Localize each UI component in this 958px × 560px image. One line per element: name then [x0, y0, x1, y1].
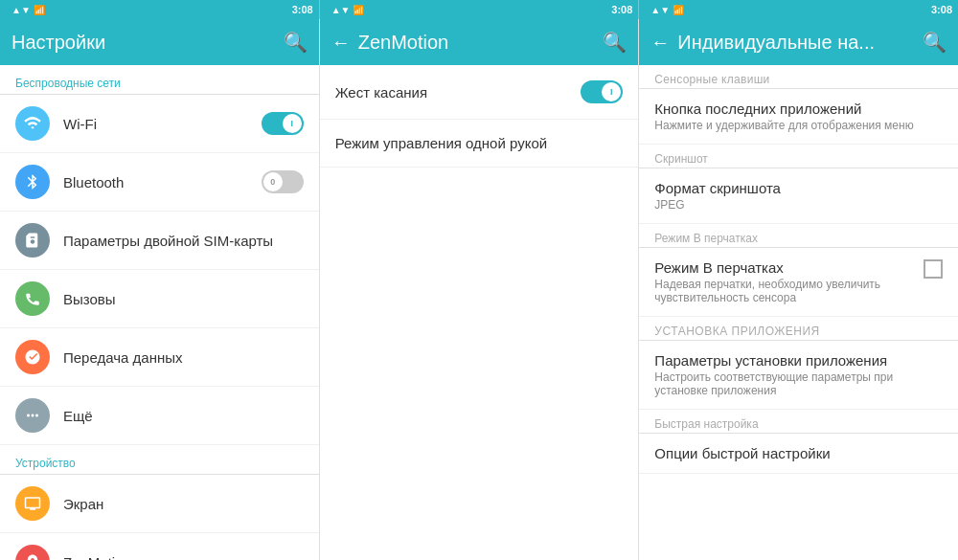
individual-settings-list: Сенсорные клавиши Кнопка последних прило…	[639, 65, 958, 560]
calls-title: Вызовы	[63, 291, 304, 307]
screenshot-format-text: Формат скриншота JPEG	[654, 180, 781, 212]
screenshot-section-label: Скриншот	[639, 145, 958, 168]
quick-settings-item[interactable]: Опции быстрой настройки	[639, 434, 958, 474]
zenmotion-title: ZenMotion	[63, 554, 304, 561]
individual-header-title: Индивидуальные на...	[677, 32, 875, 54]
wifi-icon	[15, 106, 50, 141]
sim-title: Параметры двойной SIM-карты	[63, 233, 304, 249]
wifi-title: Wi-Fi	[63, 116, 262, 132]
app-install-text: Параметры установки приложения Настроить…	[654, 352, 943, 397]
zenmotion-panel: ← ZenMotion 🔍 Жест касания I Режим управ…	[320, 19, 640, 560]
individual-back-icon[interactable]: ←	[650, 32, 670, 54]
app-install-subtitle: Настроить соответствующие параметры при …	[654, 370, 943, 397]
data-title: Передача данных	[63, 349, 304, 366]
zenmotion-header: ← ZenMotion 🔍	[320, 19, 639, 65]
more-title: Ещё	[63, 408, 304, 424]
bluetooth-title: Bluetooth	[63, 174, 262, 190]
zenmotion-text: ZenMotion	[63, 554, 304, 561]
gesture-title: Жест касания	[335, 84, 427, 101]
glove-mode-subtitle: Надевая перчатки, необходимо увеличить ч…	[654, 278, 924, 304]
zenmotion-icon-circle	[15, 545, 50, 560]
recent-apps-item[interactable]: Кнопка последних приложений Нажмите и уд…	[639, 89, 958, 145]
settings-list: Беспроводные сети Wi-Fi I Bluetooth	[0, 65, 319, 560]
wifi-toggle-knob: I	[283, 114, 302, 133]
data-icon	[15, 340, 50, 374]
app-install-item[interactable]: Параметры установки приложения Настроить…	[639, 341, 958, 410]
calls-item[interactable]: Вызовы	[0, 270, 319, 328]
recent-apps-title: Кнопка последних приложений	[654, 101, 913, 117]
more-item[interactable]: Ещё	[0, 387, 319, 445]
individual-search-icon[interactable]: 🔍	[923, 31, 947, 54]
glove-mode-title: Режим В перчатках	[654, 259, 924, 276]
bluetooth-text: Bluetooth	[63, 174, 262, 190]
wifi-text: Wi-Fi	[63, 116, 262, 132]
wifi-item[interactable]: Wi-Fi I	[0, 95, 319, 153]
zenmotion-header-title: ZenMotion	[358, 32, 449, 54]
sim-text: Параметры двойной SIM-карты	[63, 233, 304, 249]
bluetooth-toggle[interactable]: 0	[262, 170, 304, 193]
app-install-title: Параметры установки приложения	[654, 352, 943, 369]
zenmotion-item[interactable]: ZenMotion	[0, 533, 319, 560]
time-2: 3:08	[611, 4, 632, 15]
quick-settings-section-label: Быстрая настройка	[639, 410, 958, 433]
time-3: 3:08	[931, 4, 952, 15]
device-section-label: Устройство	[0, 445, 319, 474]
screen-item[interactable]: Экран	[0, 475, 319, 533]
zenmotion-header-left: ← ZenMotion	[331, 32, 449, 54]
more-text: Ещё	[63, 408, 304, 424]
zenmotion-settings-list: Жест касания I Режим управления одной ру…	[320, 65, 639, 560]
bluetooth-toggle-knob: 0	[263, 172, 283, 191]
data-item[interactable]: Передача данных	[0, 328, 319, 387]
glove-mode-item[interactable]: Режим В перчатках Надевая перчатки, необ…	[639, 248, 958, 317]
screen-title: Экран	[63, 496, 304, 512]
glove-mode-text: Режим В перчатках Надевая перчатки, необ…	[654, 259, 924, 304]
quick-settings-title: Опции быстрой настройки	[654, 445, 830, 461]
screenshot-format-item[interactable]: Формат скриншота JPEG	[639, 168, 958, 224]
onehand-item[interactable]: Режим управления одной рукой	[320, 120, 639, 168]
gesture-item[interactable]: Жест касания I	[320, 65, 639, 120]
onehand-title: Режим управления одной рукой	[335, 135, 547, 151]
individual-panel: ← Индивидуальные на... 🔍 Сенсорные клави…	[639, 19, 958, 560]
gesture-toggle[interactable]: I	[581, 80, 623, 103]
recent-apps-subtitle: Нажмите и удерживайте для отображения ме…	[654, 119, 913, 132]
data-text: Передача данных	[63, 349, 304, 366]
calls-icon	[15, 281, 50, 316]
screen-icon-circle	[15, 486, 50, 521]
bluetooth-item[interactable]: Bluetooth 0	[0, 153, 319, 212]
glove-mode-checkbox[interactable]	[924, 259, 943, 279]
screenshot-format-title: Формат скриншота	[654, 180, 781, 196]
gesture-toggle-knob: I	[602, 82, 621, 101]
screen-text: Экран	[63, 496, 304, 512]
wireless-section-label: Беспроводные сети	[0, 65, 319, 94]
sensor-section-label: Сенсорные клавиши	[639, 65, 958, 88]
calls-text: Вызовы	[63, 291, 304, 307]
individual-header-left: ← Индивидуальные на...	[650, 32, 875, 54]
individual-header: ← Индивидуальные на... 🔍	[639, 19, 958, 65]
more-icon	[15, 398, 50, 433]
settings-panel: Настройки 🔍 Беспроводные сети Wi-Fi I	[0, 19, 320, 560]
zenmotion-search-icon[interactable]: 🔍	[603, 31, 627, 54]
settings-search-icon[interactable]: 🔍	[284, 31, 308, 54]
settings-title: Настройки	[11, 32, 105, 54]
glove-section-label: Режим В перчатках	[639, 224, 958, 247]
bluetooth-icon	[15, 165, 50, 199]
settings-header: Настройки 🔍	[0, 19, 319, 65]
quick-settings-text: Опции быстрой настройки	[654, 445, 830, 461]
time-1: 3:08	[292, 4, 313, 15]
sim-icon	[15, 223, 50, 258]
sim-item[interactable]: Параметры двойной SIM-карты	[0, 212, 319, 270]
app-install-section-label: УСТАНОВКА ПРИЛОЖЕНИЯ	[639, 317, 958, 340]
zenmotion-back-icon[interactable]: ←	[331, 32, 351, 54]
recent-apps-text: Кнопка последних приложений Нажмите и уд…	[654, 101, 913, 132]
screenshot-format-subtitle: JPEG	[654, 198, 781, 212]
wifi-toggle[interactable]: I	[262, 112, 304, 135]
